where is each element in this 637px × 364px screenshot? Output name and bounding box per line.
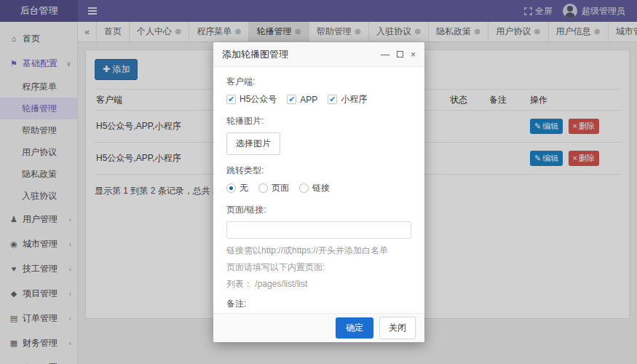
maximize-icon[interactable] <box>397 51 403 58</box>
add-carousel-modal: 添加轮播图管理 — × 客户端: ✔ H5公众号 ✔ APP ✔ 小程序 <box>213 42 424 342</box>
confirm-button[interactable]: 确定 <box>336 317 373 339</box>
checkbox-checked-icon: ✔ <box>226 95 236 104</box>
checkbox-checked-icon: ✔ <box>328 95 337 104</box>
image-label: 轮播图片: <box>226 115 411 127</box>
choose-image-button[interactable]: 选择图片 <box>226 132 280 155</box>
close-icon[interactable]: × <box>411 50 416 59</box>
modal-body: 客户端: ✔ H5公众号 ✔ APP ✔ 小程序 轮播图片: 选择图片 <box>213 67 424 313</box>
modal-title: 添加轮播图管理 <box>222 48 288 61</box>
remark-label: 备注: <box>226 298 411 310</box>
list-path-hint: 列表： /pages/list/list <box>226 278 411 290</box>
radio-link[interactable]: 链接 <box>299 182 330 194</box>
page-link-label: 页面/链接: <box>226 204 411 216</box>
modal-footer: 确定 关闭 <box>213 313 424 342</box>
radio-icon <box>299 183 309 193</box>
checkbox-checked-icon: ✔ <box>287 95 296 104</box>
radio-page[interactable]: 页面 <box>258 182 289 194</box>
checkbox-miniprogram[interactable]: ✔ 小程序 <box>328 93 367 106</box>
link-hint: 链接需以http://或https://开头并添加白名单 <box>226 245 411 257</box>
modal-header: 添加轮播图管理 — × <box>213 42 424 67</box>
checkbox-app[interactable]: ✔ APP <box>287 95 317 105</box>
minimize-icon[interactable]: — <box>381 50 389 59</box>
radio-selected-icon <box>226 183 236 193</box>
page-link-input[interactable] <box>226 221 411 239</box>
client-label: 客户端: <box>226 76 411 88</box>
radio-icon <box>258 183 268 193</box>
checkbox-h5[interactable]: ✔ H5公众号 <box>226 93 277 106</box>
radio-none[interactable]: 无 <box>226 182 248 194</box>
page-hint: 页面请填写以下内置页面: <box>226 261 411 274</box>
jump-type-label: 跳转类型: <box>226 165 411 177</box>
close-button[interactable]: 关闭 <box>379 317 416 339</box>
